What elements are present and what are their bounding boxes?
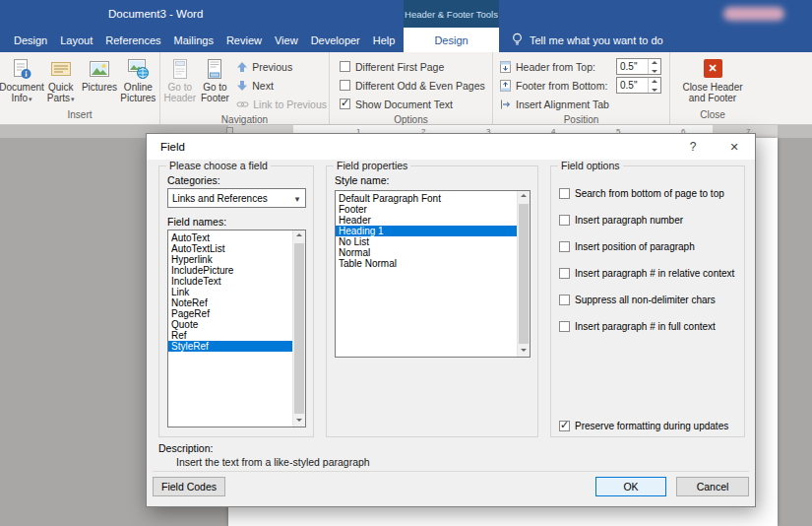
header-from-top-stepper[interactable]: 0.5" xyxy=(616,58,661,75)
checkbox-box[interactable] xyxy=(340,99,350,109)
dropdown-arrow-icon xyxy=(70,93,75,103)
tell-me-box[interactable]: Tell me what you want to do xyxy=(511,28,663,52)
checkbox-box[interactable] xyxy=(559,421,570,431)
list-item-no-list[interactable]: No List xyxy=(336,236,517,247)
list-item-footer[interactable]: Footer xyxy=(336,204,517,215)
field-names-listbox[interactable]: AutoTextAutoTextListHyperlinkIncludePict… xyxy=(167,230,306,427)
tab-review[interactable]: Review xyxy=(226,34,262,46)
go-to-footer-label: Go to Footer xyxy=(201,82,229,103)
quick-parts-button[interactable]: Quick Parts xyxy=(41,52,80,108)
online-pictures-button[interactable]: Online Pictures xyxy=(119,52,157,108)
checkbox-suppress-all-non-delimiter-chars[interactable]: Suppress all non-delimiter chars xyxy=(559,287,738,313)
list-item-header[interactable]: Header xyxy=(336,215,517,226)
list-item-autotext[interactable]: AutoText xyxy=(168,232,292,243)
tab-references[interactable]: References xyxy=(105,34,160,46)
scroll-down-icon[interactable] xyxy=(518,345,530,357)
tab-developer[interactable]: Developer xyxy=(311,34,360,46)
link-to-previous-button[interactable]: Link to Previous xyxy=(236,95,327,113)
checkbox-insert-paragraph-number[interactable]: Insert paragraph number xyxy=(559,207,738,233)
dropdown-arrow-icon[interactable] xyxy=(289,192,305,204)
checkbox-box[interactable] xyxy=(340,80,350,91)
dialog-close-button[interactable] xyxy=(714,134,755,160)
scroll-up-icon[interactable] xyxy=(518,191,530,203)
online-pictures-icon xyxy=(126,55,150,82)
ok-button[interactable]: OK xyxy=(595,477,666,496)
checkbox-label: Insert paragraph # in full context xyxy=(575,321,716,332)
tab-mailings[interactable]: Mailings xyxy=(174,34,214,46)
document-info-label: Document Info xyxy=(0,82,44,103)
checkbox-box[interactable] xyxy=(340,61,350,72)
list-item-styleref[interactable]: StyleRef xyxy=(168,341,292,352)
field-codes-button[interactable]: Field Codes xyxy=(153,477,225,496)
list-item-hyperlink[interactable]: Hyperlink xyxy=(168,254,292,265)
contextual-tab-group-header: Header & Footer Tools xyxy=(404,0,499,28)
choose-field-group: Please choose a field Categories: Links … xyxy=(158,165,314,437)
categories-dropdown[interactable]: Links and References xyxy=(167,188,306,208)
dialog-titlebar[interactable]: Field xyxy=(147,134,755,160)
field-properties-group: Field properties Style name: Default Par… xyxy=(326,165,538,437)
cancel-button[interactable]: Cancel xyxy=(676,477,749,496)
checkbox-box[interactable] xyxy=(559,295,570,305)
scrollbar-thumb[interactable] xyxy=(294,243,304,414)
tab-view[interactable]: View xyxy=(275,34,298,46)
close-header-footer-button[interactable]: Close Header and Footer xyxy=(677,52,748,108)
previous-label: Previous xyxy=(252,61,292,73)
go-to-header-button[interactable]: Go to Header xyxy=(162,52,198,113)
list-item-heading-1[interactable]: Heading 1 xyxy=(336,226,517,236)
checkbox-show-document-text[interactable]: Show Document Text xyxy=(340,95,485,113)
style-name-listbox[interactable]: Default Paragraph FontFooterHeaderHeadin… xyxy=(335,190,531,358)
stepper-down-icon[interactable] xyxy=(649,86,660,94)
blurred-account-area xyxy=(723,7,784,21)
style-name-scrollbar[interactable] xyxy=(517,191,530,357)
list-item-noteref[interactable]: NoteRef xyxy=(168,297,292,308)
list-item-pageref[interactable]: PageRef xyxy=(168,308,292,319)
checkbox-different-odd-even-pages[interactable]: Different Odd & Even Pages xyxy=(340,76,485,95)
list-item-quote[interactable]: Quote xyxy=(168,319,292,330)
checkbox-label: Show Document Text xyxy=(355,99,453,110)
previous-button[interactable]: Previous xyxy=(236,57,327,76)
insert-alignment-tab-button[interactable]: Insert Alignment Tab xyxy=(499,95,661,113)
list-item-includepicture[interactable]: IncludePicture xyxy=(168,265,292,276)
stepper-up-icon[interactable] xyxy=(649,59,660,67)
checkbox-insert-paragraph-in-full-context[interactable]: Insert paragraph # in full context xyxy=(559,313,738,340)
checkbox-box[interactable] xyxy=(559,241,570,252)
tell-me-label: Tell me what you want to do xyxy=(530,34,663,46)
scroll-up-icon[interactable] xyxy=(293,230,305,242)
checkbox-search-from-bottom-of-page-to-top[interactable]: Search from bottom of page to top xyxy=(559,180,738,207)
footer-from-bottom-value[interactable]: 0.5" xyxy=(617,78,648,93)
document-info-button[interactable]: Document Info xyxy=(2,52,41,108)
checkbox-insert-position-of-paragraph[interactable]: Insert position of paragraph xyxy=(559,233,738,260)
list-item-normal[interactable]: Normal xyxy=(336,247,517,258)
link-to-previous-label: Link to Previous xyxy=(253,99,327,110)
footer-from-bottom-stepper[interactable]: 0.5" xyxy=(616,77,661,94)
go-to-footer-button[interactable]: Go to Footer xyxy=(198,52,233,113)
tab-design[interactable]: Design xyxy=(14,34,47,46)
list-item-default-paragraph-font[interactable]: Default Paragraph Font xyxy=(336,193,517,204)
scroll-down-icon[interactable] xyxy=(293,415,305,427)
checkbox-box[interactable] xyxy=(559,188,570,199)
list-item-link[interactable]: Link xyxy=(168,287,292,297)
list-item-ref[interactable]: Ref xyxy=(168,330,292,341)
stepper-down-icon[interactable] xyxy=(649,67,660,75)
scrollbar-thumb[interactable] xyxy=(519,204,529,344)
header-from-top-value[interactable]: 0.5" xyxy=(617,59,648,74)
tab-design-contextual[interactable]: Design xyxy=(404,28,499,52)
next-button[interactable]: Next xyxy=(236,76,327,95)
checkbox-different-first-page[interactable]: Different First Page xyxy=(340,57,485,76)
checkbox-box[interactable] xyxy=(559,321,570,332)
checkbox-box[interactable] xyxy=(559,268,570,279)
ribbon-group-options: Different First PageDifferent Odd & Even… xyxy=(330,52,493,124)
tab-layout[interactable]: Layout xyxy=(60,34,93,46)
pictures-button[interactable]: Pictures xyxy=(80,52,118,108)
list-item-table-normal[interactable]: Table Normal xyxy=(336,258,517,269)
checkbox-insert-paragraph-in-relative-context[interactable]: Insert paragraph # in relative context xyxy=(559,260,738,287)
checkbox-preserve-formatting-during-updates[interactable]: Preserve formatting during updates xyxy=(559,421,728,431)
list-item-includetext[interactable]: IncludeText xyxy=(168,276,292,287)
tab-help[interactable]: Help xyxy=(373,34,396,46)
dialog-help-button[interactable] xyxy=(672,134,714,160)
stepper-up-icon[interactable] xyxy=(649,78,660,86)
list-item-autotextlist[interactable]: AutoTextList xyxy=(168,243,292,254)
insert-alignment-tab-label: Insert Alignment Tab xyxy=(516,99,609,110)
checkbox-box[interactable] xyxy=(559,215,570,226)
field-names-scrollbar[interactable] xyxy=(292,230,305,427)
